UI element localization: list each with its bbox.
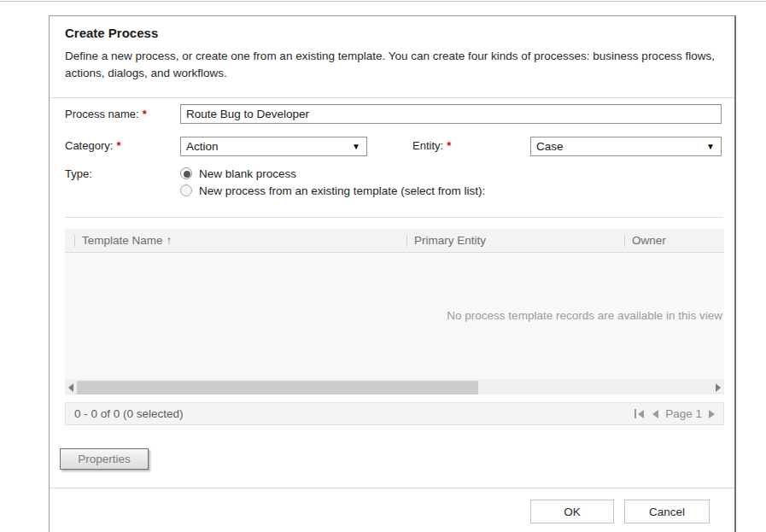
first-page-icon[interactable] (634, 409, 644, 418)
scroll-left-icon[interactable] (68, 383, 73, 392)
create-process-dialog: Create Process Define a new process, or … (49, 15, 736, 532)
scrollbar-thumb[interactable] (77, 381, 478, 395)
category-select[interactable]: Action ▼ (180, 137, 367, 156)
required-asterisk: * (447, 139, 451, 152)
page-number-label: Page 1 (665, 407, 702, 420)
entity-select[interactable]: Case ▼ (530, 137, 722, 156)
grid-separator (65, 217, 722, 218)
cancel-button[interactable]: Cancel (624, 500, 710, 523)
radio-selected-icon[interactable] (180, 167, 192, 179)
pager: Page 1 (626, 407, 715, 420)
properties-button[interactable]: Properties (60, 448, 149, 470)
column-header-owner[interactable]: Owner (625, 234, 724, 247)
chevron-down-icon: ▼ (706, 137, 715, 155)
radio-label: New process from an existing template (s… (199, 184, 485, 197)
entity-label: Entity:* (412, 139, 451, 152)
dialog-description: Define a new process, or create one from… (65, 48, 721, 82)
entity-selected-value: Case (536, 140, 564, 153)
header-separator (50, 97, 734, 98)
next-page-icon[interactable] (709, 410, 715, 418)
category-label: Category:* (65, 139, 120, 152)
type-label: Type: (65, 167, 92, 180)
required-asterisk: * (116, 139, 120, 152)
horizontal-scrollbar[interactable] (65, 379, 724, 395)
page-top-border (0, 0, 766, 2)
grid-gap (65, 395, 724, 402)
grid-header-row: Template Name↑ Primary Entity Owner (65, 229, 724, 253)
required-asterisk: * (143, 108, 147, 120)
process-name-input[interactable] (180, 104, 722, 124)
template-grid: Template Name↑ Primary Entity Owner No p… (65, 229, 724, 425)
dialog-title: Create Process (65, 26, 158, 40)
sort-ascending-icon: ↑ (167, 234, 172, 247)
column-header-primary-entity[interactable]: Primary Entity (407, 234, 624, 247)
radio-new-blank-process[interactable]: New blank process (180, 165, 485, 182)
grid-body: No process template records are availabl… (65, 253, 724, 379)
grid-empty-message: No process template records are availabl… (447, 309, 722, 322)
grid-status-bar: 0 - 0 of 0 (0 selected) Page 1 (65, 402, 724, 425)
radio-new-from-template[interactable]: New process from an existing template (s… (180, 182, 485, 199)
category-selected-value: Action (186, 140, 219, 153)
chevron-down-icon: ▼ (352, 137, 360, 155)
process-name-label: Process name:* (65, 108, 147, 120)
radio-unselected-icon[interactable] (180, 184, 192, 196)
radio-label: New blank process (199, 167, 296, 180)
ok-button[interactable]: OK (530, 500, 614, 523)
column-header-template-name[interactable]: Template Name↑ (75, 234, 406, 247)
previous-page-icon[interactable] (652, 410, 658, 418)
footer-separator (50, 488, 734, 488)
type-radio-group: New blank process New process from an ex… (180, 165, 485, 199)
scroll-right-icon[interactable] (716, 383, 721, 392)
record-count-text: 0 - 0 of 0 (0 selected) (74, 407, 184, 420)
